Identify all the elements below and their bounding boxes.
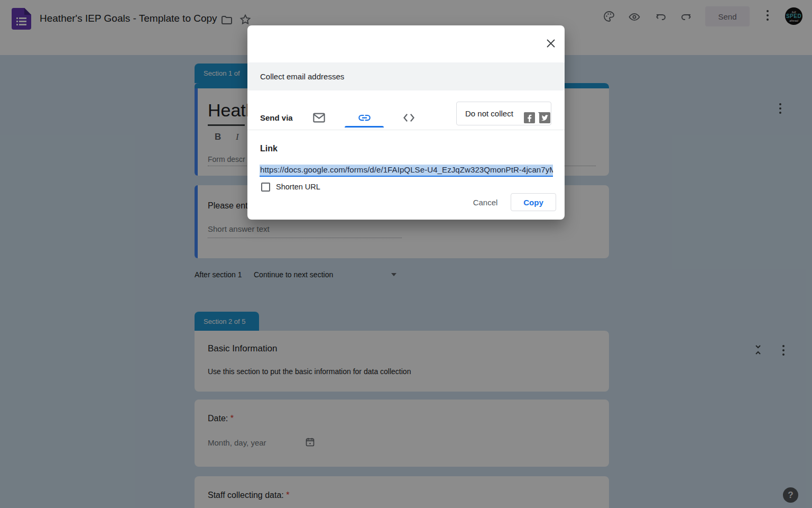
collect-email-band: Collect email addresses Do not collect	[247, 62, 565, 90]
selected-tab-indicator	[345, 126, 384, 128]
facebook-icon[interactable]	[524, 112, 535, 123]
dialog-divider	[247, 130, 565, 130]
form-url-field[interactable]: https://docs.google.com/forms/d/e/1FAIpQ…	[260, 165, 553, 177]
cancel-button[interactable]: Cancel	[464, 194, 506, 211]
twitter-icon[interactable]	[539, 112, 550, 123]
tab-email-icon[interactable]	[312, 111, 326, 125]
send-via-label: Send via	[260, 113, 293, 122]
tab-link-icon[interactable]	[357, 111, 372, 125]
close-icon[interactable]	[545, 37, 557, 50]
tab-embed-icon[interactable]	[402, 111, 416, 125]
send-form-dialog: Send form Collect email addresses Do not…	[247, 25, 565, 220]
shorten-url-label: Shorten URL	[276, 183, 320, 191]
app-window: Heather's IEP Goals - Template to Copy	[0, 0, 812, 508]
shorten-url-checkbox[interactable]	[261, 183, 270, 192]
collect-email-dropdown[interactable]: Do not collect	[456, 102, 551, 125]
copy-button[interactable]: Copy	[511, 193, 556, 211]
link-section-label: Link	[260, 144, 278, 153]
collect-email-label: Collect email addresses	[260, 72, 344, 81]
